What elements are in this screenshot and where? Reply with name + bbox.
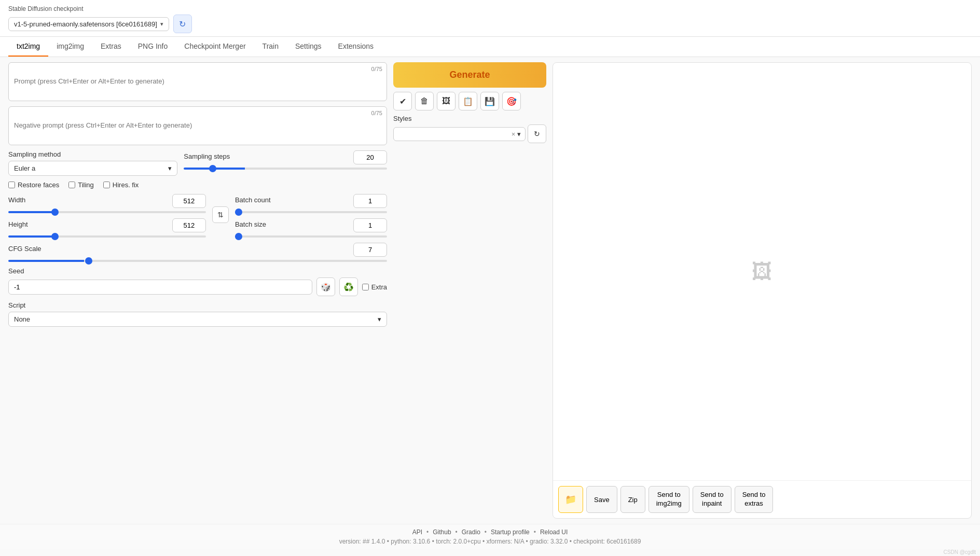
dice-icon: 🎲 (321, 282, 331, 292)
refresh-checkpoint-button[interactable]: ↻ (173, 15, 192, 33)
watermark: CSDN @cgdlt (0, 549, 980, 556)
zip-button[interactable]: Zip (620, 486, 645, 513)
paste-icon: ✔ (399, 96, 406, 106)
chevron-down-icon: ▾ (160, 21, 163, 27)
open-folder-button[interactable]: 📁 (558, 486, 583, 513)
tab-bar: txt2img img2img Extras PNG Info Checkpoi… (0, 37, 980, 57)
paste-button[interactable]: ✔ (393, 92, 412, 110)
target-button[interactable]: 🎯 (502, 92, 521, 110)
checkpoint-label: Stable Diffusion checkpoint (8, 5, 972, 12)
canvas-actions: 📁 Save Zip Send toimg2img Send toinpaint… (553, 480, 971, 518)
tab-settings[interactable]: Settings (287, 37, 330, 57)
tab-train[interactable]: Train (254, 37, 287, 57)
negative-prompt-counter: 0/75 (371, 110, 382, 116)
batch-size-slider[interactable] (235, 235, 387, 238)
seed-input[interactable] (8, 280, 312, 295)
styles-refresh-icon: ↻ (534, 130, 540, 138)
version-info: version: ## 1.4.0 • python: 3.10.6 • tor… (4, 538, 976, 545)
chevron-down-icon: ▾ (168, 164, 172, 172)
checkpoint-dropdown[interactable]: v1-5-pruned-emaonly.safetensors [6ce0161… (8, 17, 169, 31)
sampling-steps-slider[interactable] (184, 168, 387, 170)
footer: API • Github • Gradio • Startup profile … (0, 524, 980, 549)
extra-checkbox[interactable]: Extra (362, 283, 387, 291)
canvas-area: 🖼 (553, 63, 971, 480)
negative-prompt-input[interactable] (9, 107, 387, 143)
tiling-checkbox[interactable]: Tiling (68, 181, 94, 189)
sampling-method-select[interactable]: Euler a ▾ (8, 161, 177, 176)
swap-icon: ⇅ (217, 211, 224, 219)
batch-count-slider[interactable] (235, 211, 387, 213)
hires-fix-checkbox[interactable]: Hires. fix (103, 181, 139, 189)
styles-chevron-icon: ▾ (517, 130, 521, 138)
generate-button[interactable]: Generate (393, 62, 546, 88)
cfg-scale-input[interactable] (353, 243, 387, 257)
batch-count-label: Batch count (235, 196, 271, 204)
batch-size-input[interactable] (353, 218, 387, 232)
gradio-link[interactable]: Gradio (462, 529, 480, 536)
cfg-scale-slider[interactable] (8, 260, 387, 262)
width-label: Width (8, 196, 25, 204)
styles-clear-icon[interactable]: × (512, 130, 516, 138)
negative-prompt-box: 0/75 (8, 106, 387, 145)
floppy-icon: 💾 (485, 96, 495, 106)
height-slider[interactable] (8, 235, 206, 238)
startup-profile-link[interactable]: Startup profile (491, 529, 530, 536)
api-link[interactable]: API (412, 529, 422, 536)
reload-ui-link[interactable]: Reload UI (540, 529, 568, 536)
script-label: Script (8, 301, 387, 309)
trash-button[interactable]: 🗑 (415, 92, 434, 110)
checkpoint-value: v1-5-pruned-emaonly.safetensors [6ce0161… (14, 20, 157, 28)
sampling-method-label: Sampling method (8, 150, 177, 158)
prompt-box: 0/75 (8, 62, 387, 101)
tab-txt2img[interactable]: txt2img (8, 37, 48, 57)
clipboard-button[interactable]: 📋 (459, 92, 477, 110)
image-placeholder-icon: 🖼 (752, 260, 772, 283)
prompt-counter: 0/75 (371, 66, 382, 72)
send-to-inpaint-button[interactable]: Send toinpaint (693, 486, 731, 513)
styles-refresh-button[interactable]: ↻ (528, 124, 546, 143)
tab-extensions[interactable]: Extensions (330, 37, 382, 57)
seed-label: Seed (8, 267, 387, 275)
recycle-button[interactable]: ♻️ (339, 277, 358, 296)
dice-button[interactable]: 🎲 (316, 277, 335, 296)
styles-label: Styles (393, 115, 546, 122)
sampling-steps-label: Sampling steps (184, 152, 230, 160)
sampling-method-value: Euler a (14, 164, 35, 172)
tab-img2img[interactable]: img2img (48, 37, 92, 57)
send-to-img2img-button[interactable]: Send toimg2img (648, 486, 689, 513)
cfg-scale-label: CFG Scale (8, 245, 42, 253)
trash-icon: 🗑 (420, 96, 429, 106)
github-link[interactable]: Github (433, 529, 451, 536)
batch-count-input[interactable] (353, 194, 387, 208)
prompt-input[interactable] (9, 63, 387, 99)
styles-select[interactable]: × ▾ (393, 127, 526, 141)
styles-section: Styles × ▾ ↻ (393, 115, 546, 143)
refresh-icon: ↻ (179, 19, 186, 29)
tab-extras[interactable]: Extras (92, 37, 130, 57)
options-row: Restore faces Tiling Hires. fix (8, 181, 387, 189)
image-style-button[interactable]: 🖼 (437, 92, 456, 110)
image-style-icon: 🖼 (442, 96, 450, 106)
height-label: Height (8, 220, 28, 228)
chevron-down-icon: ▾ (378, 315, 381, 323)
script-value: None (14, 315, 30, 323)
action-icons-row: ✔ 🗑 🖼 📋 💾 🎯 (393, 92, 546, 110)
target-icon: 🎯 (506, 96, 517, 106)
sampling-steps-input[interactable] (353, 150, 387, 164)
recycle-icon: ♻️ (343, 282, 354, 292)
swap-dimensions-button[interactable]: ⇅ (212, 206, 229, 223)
tab-pnginfo[interactable]: PNG Info (130, 37, 176, 57)
floppy-button[interactable]: 💾 (480, 92, 499, 110)
send-to-extras-button[interactable]: Send toextras (735, 486, 774, 513)
restore-faces-checkbox[interactable]: Restore faces (8, 181, 59, 189)
save-button[interactable]: Save (586, 486, 617, 513)
width-slider[interactable] (8, 211, 206, 213)
clipboard-icon: 📋 (463, 96, 473, 106)
canvas-panel: 🖼 📁 Save Zip Send toimg2img Send toinpai… (553, 62, 972, 519)
height-input[interactable] (172, 218, 206, 232)
script-select[interactable]: None ▾ (8, 312, 387, 327)
width-input[interactable] (172, 194, 206, 208)
tab-checkpoint-merger[interactable]: Checkpoint Merger (176, 37, 254, 57)
batch-size-label: Batch size (235, 220, 266, 228)
